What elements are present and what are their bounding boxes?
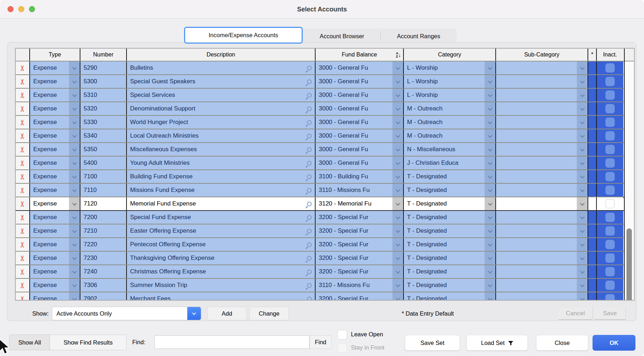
inactive-checkbox[interactable] [605,172,615,181]
category-select[interactable]: T - Designated [403,265,495,278]
fund-balance-select[interactable]: 3100 - Building Fu [315,170,403,183]
type-dropdown-arrow[interactable] [69,238,80,251]
subcategory-dropdown-arrow[interactable] [577,170,588,183]
subcategory-select[interactable] [495,143,588,156]
category-select[interactable]: J - Christian Educa [403,157,495,169]
fund-dropdown-arrow[interactable] [392,61,403,74]
type-dropdown-arrow[interactable] [69,102,80,115]
magnifier-icon[interactable] [307,202,312,206]
fund-balance-select[interactable]: 3200 - Special Fur [315,238,403,251]
category-select[interactable]: T - Designated [403,184,495,197]
save-button[interactable]: Save [594,307,626,320]
number-field[interactable]: 5290 [80,61,126,74]
find-input[interactable] [154,335,309,349]
category-dropdown-arrow[interactable] [485,89,495,102]
subcategory-dropdown-arrow[interactable] [577,279,588,292]
category-dropdown-arrow[interactable] [485,157,495,169]
subcategory-select[interactable] [495,89,588,102]
number-field[interactable]: 7240 [80,265,126,278]
delete-row-button[interactable]: ✂ [16,238,29,251]
subcategory-select[interactable] [495,129,588,142]
category-dropdown-arrow[interactable] [485,292,495,300]
number-field[interactable]: 7220 [80,238,126,251]
number-field[interactable]: 7902 [80,292,126,300]
delete-row-button[interactable]: ✂ [16,224,29,237]
inactive-checkbox[interactable] [605,281,615,290]
fund-dropdown-arrow[interactable] [392,197,403,210]
description-field[interactable]: World Hunger Project [126,116,315,129]
type-select[interactable]: Expense [29,279,80,292]
magnifier-icon[interactable] [307,79,312,84]
magnifier-icon[interactable] [307,242,312,247]
fund-dropdown-arrow[interactable] [392,184,403,197]
description-field[interactable]: Missions Fund Expense [126,184,315,197]
delete-row-button[interactable]: ✂ [16,279,29,292]
subcategory-dropdown-arrow[interactable] [577,252,588,264]
subcategory-dropdown-arrow[interactable] [577,184,588,197]
delete-row-button[interactable]: ✂ [16,129,29,142]
number-field[interactable]: 7100 [80,170,126,183]
category-select[interactable]: T - Designated [403,279,495,292]
inactive-checkbox[interactable] [605,226,615,236]
delete-row-button[interactable]: ✂ [16,75,29,88]
magnifier-icon[interactable] [307,283,312,288]
magnifier-icon[interactable] [307,147,312,152]
inactive-checkbox[interactable] [605,145,615,154]
category-select[interactable]: T - Designated [403,211,495,224]
category-dropdown-arrow[interactable] [485,265,495,278]
magnifier-icon[interactable] [307,188,312,193]
type-select[interactable]: Expense [29,102,80,115]
save-set-button[interactable]: Save Set [405,335,460,351]
delete-row-button[interactable]: ✂ [16,184,29,197]
inactive-checkbox[interactable] [605,104,615,113]
delete-row-button[interactable]: ✂ [16,170,29,183]
type-select[interactable]: Expense [29,157,80,169]
fund-balance-select[interactable]: 3110 - Missions Fu [315,184,403,197]
inactive-checkbox[interactable] [605,213,615,222]
subcategory-dropdown-arrow[interactable] [577,238,588,251]
ok-button[interactable]: OK [593,335,635,351]
magnifier-icon[interactable] [307,120,312,125]
show-all-button[interactable]: Show All [10,335,50,350]
delete-row-button[interactable]: ✂ [16,292,29,300]
fund-dropdown-arrow[interactable] [392,129,403,142]
subcategory-dropdown-arrow[interactable] [577,224,588,237]
category-dropdown-arrow[interactable] [485,279,495,292]
description-field[interactable]: Special Services [126,89,315,102]
magnifier-icon[interactable] [307,215,312,220]
type-select[interactable]: Expense [29,252,80,264]
fund-balance-select[interactable]: 3000 - General Fu [315,116,403,129]
change-button[interactable]: Change [249,307,289,320]
inactive-checkbox[interactable] [605,118,615,127]
category-select[interactable]: T - Designated [403,238,495,251]
category-select[interactable]: L - Worship [403,75,495,88]
fund-dropdown-arrow[interactable] [392,157,403,169]
leave-open-checkbox[interactable] [337,330,347,340]
subcategory-select[interactable] [495,279,588,292]
type-select[interactable]: Expense [29,238,80,251]
subcategory-select[interactable] [495,116,588,129]
find-button[interactable]: Find [309,335,332,349]
stay-in-front-checkbox[interactable] [337,343,347,353]
fund-dropdown-arrow[interactable] [392,238,403,251]
description-field[interactable]: Thanksgiving Offering Expense [126,252,315,264]
number-field[interactable]: 5310 [80,89,126,102]
type-dropdown-arrow[interactable] [69,61,80,74]
fund-balance-select[interactable]: 3000 - General Fu [315,143,403,156]
description-field[interactable]: Denominational Support [126,102,315,115]
inactive-checkbox[interactable] [605,186,615,195]
delete-row-button[interactable]: ✂ [16,61,29,74]
add-button[interactable]: Add [207,307,247,320]
category-dropdown-arrow[interactable] [485,75,495,88]
category-dropdown-arrow[interactable] [485,170,495,183]
magnifier-icon[interactable] [307,270,312,274]
delete-row-button[interactable]: ✂ [16,157,29,169]
number-field[interactable]: 7210 [80,224,126,237]
show-filter-select[interactable]: Active Accounts Only [52,307,201,320]
number-field[interactable]: 5350 [80,143,126,156]
type-dropdown-arrow[interactable] [69,116,80,129]
type-dropdown-arrow[interactable] [69,89,80,102]
description-field[interactable]: Young Adult Ministries [126,157,315,169]
type-select[interactable]: Expense [29,197,80,210]
fund-balance-select[interactable]: 3000 - General Fu [315,129,403,142]
